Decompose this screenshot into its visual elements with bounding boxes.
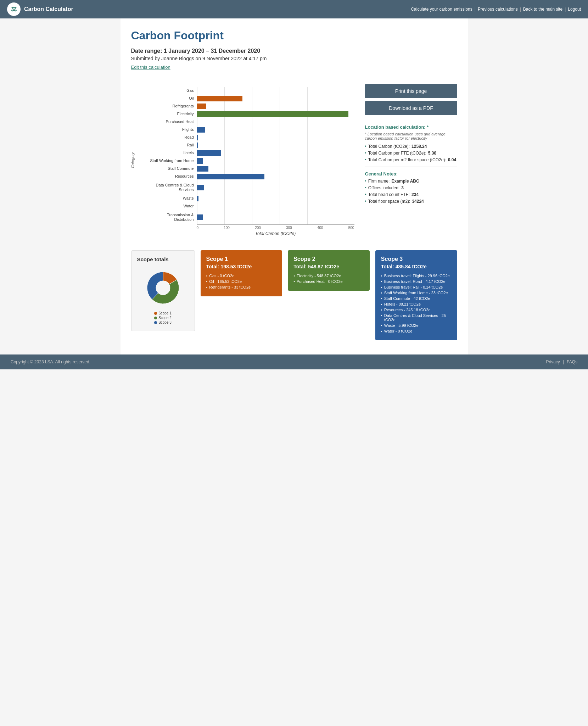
scope2-title: Scope 2 — [293, 256, 364, 262]
scope3-card: Scope 3 Total: 485.84 tCO2e Business tra… — [375, 250, 457, 340]
location-heading: Location based calculation: * — [365, 124, 457, 130]
scope1-total: Total: 198.53 tCO2e — [206, 264, 277, 269]
scope2-total: Total: 548.87 tCO2e — [293, 264, 364, 269]
chart-section: Category Gas Oil Refrigerants Electricit… — [131, 84, 457, 236]
header-nav: Calculate your carbon emissions | Previo… — [411, 7, 581, 12]
scope1-card: Scope 1 Total: 198.53 tCO2e Gas - 0 tCO2… — [201, 250, 282, 296]
x-axis-label: Total Carbon (tCO2e) — [197, 231, 354, 236]
right-panel: Print this page Download as a PDF Locati… — [365, 84, 457, 236]
scope2-item: Electricity - 548.87 tCO2e — [293, 274, 364, 278]
notes-list: Firm name: Example ABCOffices included: … — [365, 179, 457, 204]
scope3-item: Staff Working from Home - 23 tCO2e — [381, 291, 452, 295]
y-axis-label: Category — [130, 152, 135, 168]
scope3-item: Business travel: Flights - 29.96 tCO2e — [381, 274, 452, 278]
general-notes-heading: General Notes: — [365, 171, 457, 177]
scope1-items: Gas - 0 tCO2eOil - 165.53 tCO2eRefrigera… — [206, 274, 277, 289]
location-note: * Location based calculation uses grid a… — [365, 132, 457, 140]
scope3-item: Hotels - 88.21 tCO2e — [381, 302, 452, 306]
scope1-item: Refrigerants - 33 tCO2e — [206, 285, 277, 289]
stat-item: Total Carbon (tCO2e): 1258.24 — [365, 144, 457, 149]
header-title: Carbon Calculator — [24, 6, 73, 12]
pie-container: Scope 1Scope 2Scope 3 — [137, 267, 189, 325]
scope3-item: Business travel: Road - 4.17 tCO2e — [381, 279, 452, 284]
nav-logout[interactable]: Logout — [568, 7, 581, 12]
scope3-item: Business travel: Rail - 0.14 tCO2e — [381, 285, 452, 289]
scope3-item: Data Centres & Cloud Services - 25 tCO2e — [381, 313, 452, 322]
page-title: Carbon Footprint — [131, 29, 457, 42]
footer-copyright: Copyright © 2023 LSA. All rights reserve… — [11, 359, 90, 364]
header: ⚖ Carbon Calculator Calculate your carbo… — [0, 0, 588, 18]
date-range: Date range: 1 January 2020 – 31 December… — [131, 48, 457, 54]
scope1-title: Scope 1 — [206, 256, 277, 262]
bar-chart-container: Category Gas Oil Refrigerants Electricit… — [131, 84, 354, 236]
scope3-item: Water - 0 tCO2e — [381, 329, 452, 333]
scope-totals-box: Scope totals Scope 1Scope 2Scope 3 — [131, 250, 195, 331]
note-item: Total floor space (m2): 34224 — [365, 199, 457, 204]
nav-previous[interactable]: Previous calculations — [478, 7, 518, 12]
scope3-total: Total: 485.84 tCO2e — [381, 264, 452, 269]
bar-chart: Gas Oil Refrigerants Electricity Purchas… — [138, 84, 354, 230]
print-button[interactable]: Print this page — [365, 84, 457, 98]
legend-item: Scope 3 — [154, 320, 172, 324]
location-section: Location based calculation: * * Location… — [365, 121, 457, 204]
note-item: Firm name: Example ABC — [365, 179, 457, 184]
pdf-button[interactable]: Download as a PDF — [365, 101, 457, 115]
scope3-title: Scope 3 — [381, 256, 452, 262]
scope2-items: Electricity - 548.87 tCO2ePurchased Heat… — [293, 274, 364, 284]
pie-chart — [142, 267, 184, 309]
edit-link[interactable]: Edit this calculation — [131, 65, 170, 70]
scope3-item: Staff Commute - 42 tCO2e — [381, 296, 452, 301]
footer: Copyright © 2023 LSA. All rights reserve… — [0, 354, 588, 369]
note-item: Total head count FTE: 234 — [365, 192, 457, 197]
submitted-by: Submitted by Joanne Bloggs on 9 November… — [131, 56, 457, 61]
footer-privacy[interactable]: Privacy — [546, 359, 560, 364]
nav-back[interactable]: Back to the main site — [523, 7, 562, 12]
scope2-card: Scope 2 Total: 548.87 tCO2e Electricity … — [288, 250, 370, 291]
scope1-item: Oil - 165.53 tCO2e — [206, 279, 277, 284]
stat-item: Total Carbon per FTE (tCO2e): 5.38 — [365, 151, 457, 156]
legend-item: Scope 2 — [154, 316, 172, 320]
scope-totals-title: Scope totals — [137, 256, 189, 262]
scope2-item: Purchased Heat - 0 tCO2e — [293, 279, 364, 284]
scope1-item: Gas - 0 tCO2e — [206, 274, 277, 278]
scope-section: Scope totals Scope 1Scope 2Scope 3 Scope… — [131, 250, 457, 340]
note-item: Offices included: 3 — [365, 185, 457, 190]
logo-area: ⚖ Carbon Calculator — [7, 2, 73, 16]
main-content: Carbon Footprint Date range: 1 January 2… — [121, 18, 468, 354]
scope3-item: Resources - 245.18 tCO2e — [381, 308, 452, 312]
logo-icon: ⚖ — [7, 2, 21, 16]
scope3-item: Waste - 5.99 tCO2e — [381, 323, 452, 328]
legend-item: Scope 1 — [154, 311, 172, 315]
stat-item: Total Carbon per m2 floor space (tCO2e):… — [365, 157, 457, 162]
footer-nav: Privacy | FAQs — [546, 359, 577, 364]
stat-list: Total Carbon (tCO2e): 1258.24Total Carbo… — [365, 144, 457, 162]
nav-calculate[interactable]: Calculate your carbon emissions — [411, 7, 472, 12]
scope3-items: Business travel: Flights - 29.96 tCO2eBu… — [381, 274, 452, 333]
footer-faqs[interactable]: FAQs — [567, 359, 577, 364]
pie-legend: Scope 1Scope 2Scope 3 — [154, 311, 172, 325]
